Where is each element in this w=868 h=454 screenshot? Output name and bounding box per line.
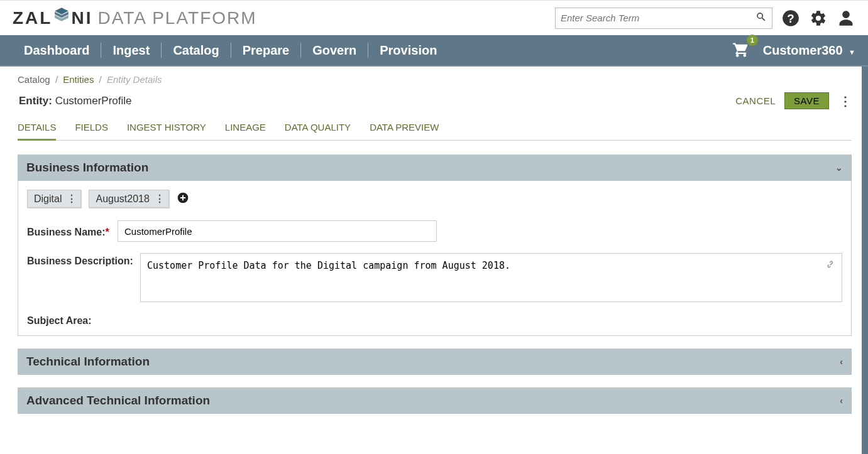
entity-header-row: Entity: CustomerProfile CANCEL SAVE ⋮ — [18, 90, 855, 117]
tab-fields[interactable]: FIELDS — [75, 117, 108, 140]
link-icon[interactable] — [825, 258, 837, 273]
tab-lineage[interactable]: LINEAGE — [225, 117, 266, 140]
help-icon[interactable]: ? — [781, 9, 800, 28]
top-header: ZAL NI DATA PLATFORM ? — [0, 0, 868, 35]
content-area: Catalog / Entities / Entity Details Enti… — [0, 67, 868, 454]
tab-data-quality[interactable]: DATA QUALITY — [285, 117, 351, 140]
label-business-name: Business Name:* — [27, 224, 118, 238]
nav-prepare[interactable]: Prepare — [231, 43, 301, 58]
nav-catalog[interactable]: Catalog — [162, 43, 230, 58]
tag-august2018-label: August2018 — [96, 193, 149, 205]
panel-advanced-technical: Advanced Technical Information ‹ — [18, 387, 852, 414]
breadcrumb-root[interactable]: Catalog — [18, 74, 50, 85]
search-icon[interactable] — [755, 11, 767, 24]
user-name: Customer360 — [763, 43, 843, 57]
nav-provision[interactable]: Provision — [368, 43, 448, 58]
panel-technical-header[interactable]: Technical Information ‹ — [18, 349, 852, 375]
required-asterisk: * — [106, 227, 109, 237]
breadcrumb-current: Entity Details — [107, 74, 162, 85]
gear-icon[interactable] — [809, 9, 828, 28]
entity-label-text: Entity: — [19, 95, 52, 107]
panel-business: Business Information ⌄ Digital ⋮ August2… — [18, 154, 852, 336]
logo-text-1: ZAL — [13, 8, 52, 28]
panel-business-body: Digital ⋮ August2018 ⋮ Business Name:* — [18, 181, 852, 336]
panel-technical-title: Technical Information — [26, 355, 150, 369]
panel-business-title: Business Information — [26, 161, 148, 175]
panel-advanced-title: Advanced Technical Information — [26, 394, 210, 408]
nav-govern[interactable]: Govern — [301, 43, 368, 58]
panel-advanced-header[interactable]: Advanced Technical Information ‹ — [18, 387, 852, 414]
cart-badge: 1 — [747, 35, 758, 46]
row-business-description: Business Description: — [27, 253, 842, 304]
search-input[interactable] — [561, 13, 755, 23]
cart-button[interactable]: 1 — [732, 41, 750, 60]
logo: ZAL NI DATA PLATFORM — [13, 8, 257, 28]
chevron-left-icon: ‹ — [840, 396, 843, 406]
logo-icon — [53, 6, 70, 27]
textarea-business-description[interactable] — [140, 253, 842, 302]
save-button[interactable]: SAVE — [784, 92, 829, 109]
nav-left: Dashboard Ingest Catalog Prepare Govern … — [13, 43, 448, 58]
header-right: ? — [555, 8, 855, 29]
desc-wrap — [140, 253, 842, 304]
row-business-name: Business Name:* — [27, 220, 842, 242]
tabs: DETAILS FIELDS INGEST HISTORY LINEAGE DA… — [18, 117, 852, 141]
input-business-name[interactable] — [118, 220, 437, 242]
chevron-down-icon: ⌄ — [835, 163, 843, 173]
logo-subtitle: DATA PLATFORM — [97, 8, 256, 28]
user-icon[interactable] — [837, 9, 855, 28]
cancel-button[interactable]: CANCEL — [735, 95, 776, 106]
nav-ingest[interactable]: Ingest — [101, 43, 161, 58]
tag-august2018[interactable]: August2018 ⋮ — [89, 190, 168, 208]
tab-data-preview[interactable]: DATA PREVIEW — [370, 117, 439, 140]
user-dropdown[interactable]: Customer360 ▼ — [763, 43, 855, 58]
breadcrumb-sep: / — [55, 74, 58, 85]
logo-text-2: NI — [71, 8, 92, 28]
label-subject-area: Subject Area: — [27, 315, 842, 327]
label-business-name-text: Business Name: — [27, 227, 106, 237]
tab-ingest-history[interactable]: INGEST HISTORY — [127, 117, 206, 140]
tab-details[interactable]: DETAILS — [18, 117, 56, 141]
panel-business-header[interactable]: Business Information ⌄ — [18, 154, 852, 181]
tag-menu-icon[interactable]: ⋮ — [155, 193, 165, 205]
tag-row: Digital ⋮ August2018 ⋮ — [27, 190, 842, 208]
entity-name: CustomerProfile — [55, 95, 132, 107]
nav-dashboard[interactable]: Dashboard — [13, 43, 101, 58]
tag-digital[interactable]: Digital ⋮ — [27, 190, 81, 208]
nav-right: 1 Customer360 ▼ — [732, 41, 855, 60]
chevron-left-icon: ‹ — [840, 357, 843, 367]
entity-title: Entity: CustomerProfile — [19, 95, 132, 107]
tag-menu-icon[interactable]: ⋮ — [67, 193, 77, 205]
breadcrumb-sep: / — [99, 74, 102, 85]
nav-bar: Dashboard Ingest Catalog Prepare Govern … — [0, 35, 868, 67]
label-business-description: Business Description: — [27, 253, 140, 267]
entity-actions: CANCEL SAVE ⋮ — [735, 92, 853, 109]
panel-technical: Technical Information ‹ — [18, 349, 852, 375]
svg-text:?: ? — [787, 12, 794, 25]
search-box[interactable] — [555, 8, 772, 29]
chevron-down-icon: ▼ — [849, 48, 855, 56]
more-menu-icon[interactable]: ⋮ — [838, 94, 853, 109]
breadcrumb-entities[interactable]: Entities — [63, 74, 94, 85]
add-tag-button[interactable] — [177, 192, 189, 206]
breadcrumb: Catalog / Entities / Entity Details — [18, 67, 855, 90]
tag-digital-label: Digital — [34, 193, 62, 205]
